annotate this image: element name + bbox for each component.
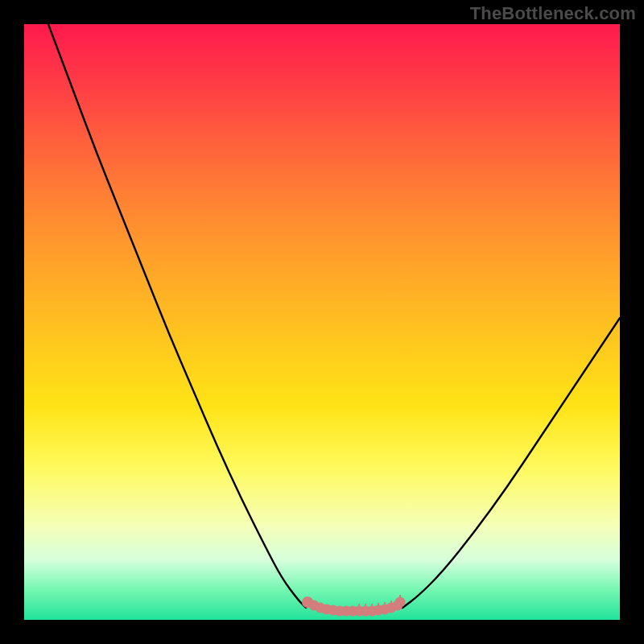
plot-area: [24, 24, 620, 620]
watermark-text: TheBottleneck.com: [470, 3, 636, 24]
bottom-dot-group: [302, 595, 406, 617]
curve-group: [48, 24, 620, 608]
chart-frame: TheBottleneck.com: [0, 0, 644, 644]
curve-layer: [24, 24, 620, 620]
left-curve: [48, 24, 306, 608]
right-curve: [402, 318, 620, 608]
